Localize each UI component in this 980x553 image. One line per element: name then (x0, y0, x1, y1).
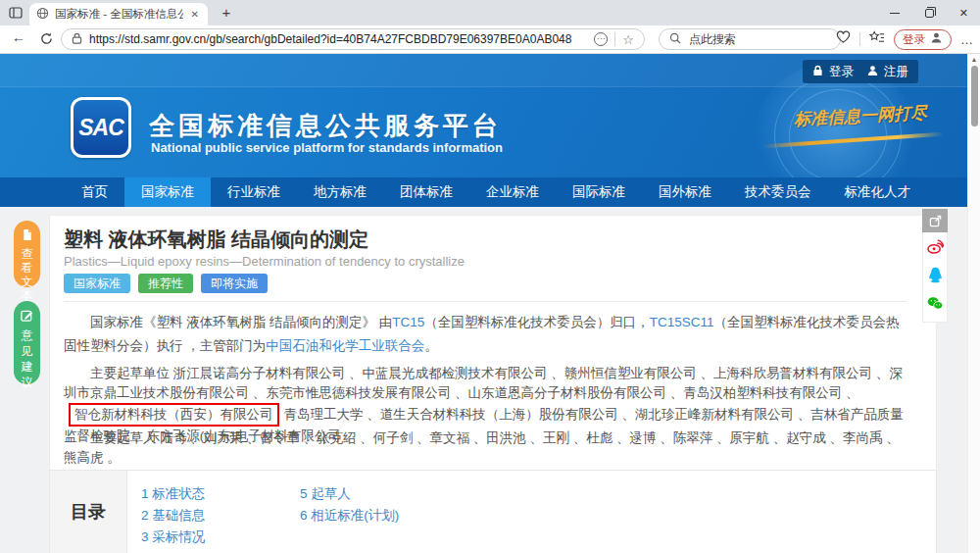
nav-item-international-standards[interactable]: 国际标准 (556, 177, 642, 207)
page-content: 塑料 液体环氧树脂 结晶倾向的测定 Plastics—Liquid epoxy … (0, 207, 980, 553)
nav-item-group-standards[interactable]: 团体标准 (383, 177, 469, 207)
nav-item-industry-standards[interactable]: 行业标准 (211, 177, 297, 207)
site-search-box[interactable]: 点此搜索 (659, 28, 841, 50)
toc-item-similar-standards[interactable]: 6 相近标准(计划) (300, 505, 399, 527)
link-competent-department[interactable]: 中国石油和化学工业联合会 (266, 338, 424, 353)
url-bar[interactable]: https://std.samr.gov.cn/gb/search/gbDeta… (61, 28, 645, 50)
search-placeholder[interactable]: 点此搜索 (689, 31, 736, 48)
browser-tab[interactable]: 国家标准 - 全国标准信息公共服务 ✕ (29, 3, 208, 25)
minimize-icon[interactable] (890, 13, 900, 14)
document-icon (22, 227, 33, 245)
drafters-names: 陆奇 、刘力荣 、曾令章 、张克绍 、何子剑 、章文福 、田洪池 、王刚 、杜彪… (64, 430, 900, 465)
intro-text: 。 (424, 338, 438, 353)
toc-item-standard-status[interactable]: 1 标准状态 (141, 483, 205, 505)
edit-icon (21, 308, 33, 326)
pill-char: 查 (22, 247, 33, 261)
drafters-paragraph: 主要起草人 陆奇 、刘力荣 、曾令章 、张克绍 、何子剑 、章文福 、田洪池 、… (64, 428, 908, 468)
divider (64, 301, 906, 302)
pill-char: 议 (22, 375, 33, 390)
view-text-button[interactable]: 查 看 文 本 (14, 221, 40, 287)
toc-item-adoption-status[interactable]: 3 采标情况 (141, 527, 205, 548)
share-icon[interactable] (922, 209, 948, 232)
browser-addressbar: ← https://std.samr.gov.cn/gb/search/gbDe… (0, 25, 980, 54)
refresh-icon[interactable] (39, 31, 54, 50)
header-register-label: 注册 (884, 64, 908, 80)
favorites-bar-icon[interactable] (869, 30, 885, 48)
new-tab-button[interactable]: + (218, 4, 235, 22)
feedback-button[interactable]: 意 见 建 议 (14, 301, 40, 384)
main-nav: 首页 国家标准 行业标准 地方标准 团体标准 企业标准 国际标准 国外标准 技术… (0, 177, 980, 207)
share-bar (922, 209, 948, 323)
weibo-icon[interactable] (927, 239, 944, 258)
qq-icon[interactable] (928, 267, 943, 287)
drafters-label: 主要起草人 (90, 430, 157, 445)
sac-logo[interactable]: SAC (71, 97, 131, 158)
header-register-button[interactable]: 注册 (858, 60, 918, 83)
tab-close-icon[interactable]: ✕ (189, 9, 201, 20)
scrollbar-thumb[interactable] (971, 66, 978, 126)
separator (859, 32, 860, 46)
nav-item-standardization-talent[interactable]: 标准化人才 (828, 177, 928, 207)
nav-item-home[interactable]: 首页 (65, 177, 124, 207)
restore-icon[interactable] (925, 9, 934, 18)
separator (614, 32, 615, 46)
url-text[interactable]: https://std.samr.gov.cn/gb/search/gbDeta… (89, 32, 587, 46)
nav-item-local-standards[interactable]: 地方标准 (297, 177, 383, 207)
globe-ring (789, 89, 887, 177)
search-icon (669, 30, 681, 48)
pill-char: 见 (22, 343, 33, 359)
wechat-icon[interactable] (927, 296, 944, 315)
highlighted-company: 智仓新材料科技（西安）有限公司 (69, 403, 279, 427)
share-panel (922, 232, 948, 323)
nav-item-foreign-standards[interactable]: 国外标准 (642, 177, 728, 207)
tag-national-standard: 国家标准 (64, 274, 130, 293)
toc-label: 目录 (50, 471, 127, 553)
site-header: 登录 注册 SAC 全国标准信息公共服务平台 National public s… (0, 54, 980, 177)
pill-char: 建 (22, 359, 33, 375)
nav-item-national-standards[interactable]: 国家标准 (124, 177, 211, 207)
favorite-star-icon[interactable]: ☆ (622, 32, 634, 47)
standard-tags: 国家标准 推荐性 即将实施 (64, 274, 268, 293)
browser-menu-icon[interactable]: … (960, 32, 974, 47)
sac-logo-text: SAC (78, 115, 123, 141)
pill-char: 意 (22, 327, 33, 343)
site-title: 全国标准信息公共服务平台 (149, 109, 502, 143)
addressbar-right-icons: 登录 … (836, 28, 974, 50)
intro-text: 国家标准《塑料 液体环氧树脂 结晶倾向的测定》 由 (90, 315, 392, 329)
link-tc15sc11[interactable]: TC15SC11 (650, 315, 714, 329)
person-icon (867, 65, 878, 79)
pill-char: 本 (22, 288, 33, 302)
toc-item-drafters[interactable]: 5 起草人 (300, 483, 399, 505)
pill-char: 文 (22, 275, 33, 288)
nav-item-technical-committees[interactable]: 技术委员会 (728, 177, 828, 207)
browser-essentials-icon[interactable] (836, 30, 851, 48)
profile-avatar-icon (930, 30, 943, 48)
lock-icon (812, 65, 823, 79)
window-controls: ✕ (890, 0, 974, 25)
tag-recommended: 推荐性 (138, 274, 193, 293)
back-icon[interactable]: ← (12, 29, 25, 45)
drafting-units-label: 主要起草单位 (90, 366, 170, 380)
tab-actions-icon[interactable] (7, 4, 24, 22)
scrollbar-up-arrow[interactable]: ▲ (968, 56, 980, 63)
header-login-button[interactable]: 登录 (803, 60, 863, 83)
toc-column-1: 1 标准状态 2 基础信息 3 采标情况 (141, 483, 205, 548)
window-close-icon[interactable]: ✕ (959, 7, 968, 20)
standard-title-english: Plastics—Liquid epoxy resins—Determinati… (64, 254, 465, 269)
table-of-contents: 目录 1 标准状态 2 基础信息 3 采标情况 5 起草人 6 相近标准(计划) (49, 470, 937, 553)
sac-logo-inner: SAC (74, 100, 128, 155)
link-tc15[interactable]: TC15 (392, 315, 424, 329)
profile-login-label: 登录 (903, 32, 925, 47)
browser-titlebar: 国家标准 - 全国标准信息公共服务 ✕ + ✕ (0, 0, 980, 25)
pill-char: 看 (22, 261, 33, 275)
toc-item-basic-info[interactable]: 2 基础信息 (141, 505, 205, 527)
toc-column-2: 5 起草人 6 相近标准(计划) (300, 483, 399, 527)
browser-profile-button[interactable]: 登录 (894, 29, 952, 50)
nav-item-enterprise-standards[interactable]: 企业标准 (469, 177, 556, 207)
reader-ellipsis-icon[interactable]: ⋯ (594, 32, 608, 46)
globe-favicon-icon (36, 6, 49, 24)
drafting-units-before: 浙江晨诺高分子材料有限公司 、中蓝晨光成都检测技术有限公司 、赣州恒信塑业有限公… (64, 366, 903, 400)
header-login-label: 登录 (829, 64, 854, 80)
page-scrollbar[interactable]: ▲ (967, 54, 980, 553)
site-subtitle: National public service platform for sta… (151, 140, 503, 155)
